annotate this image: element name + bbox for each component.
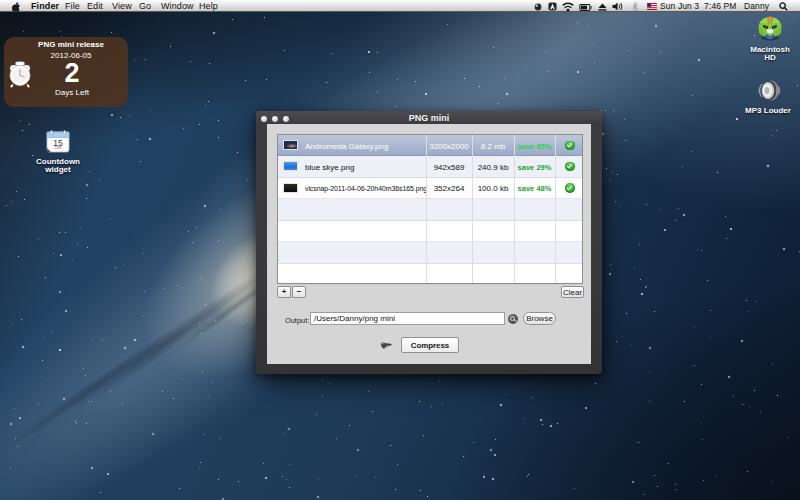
svg-text:JUNE: JUNE: [54, 146, 61, 150]
